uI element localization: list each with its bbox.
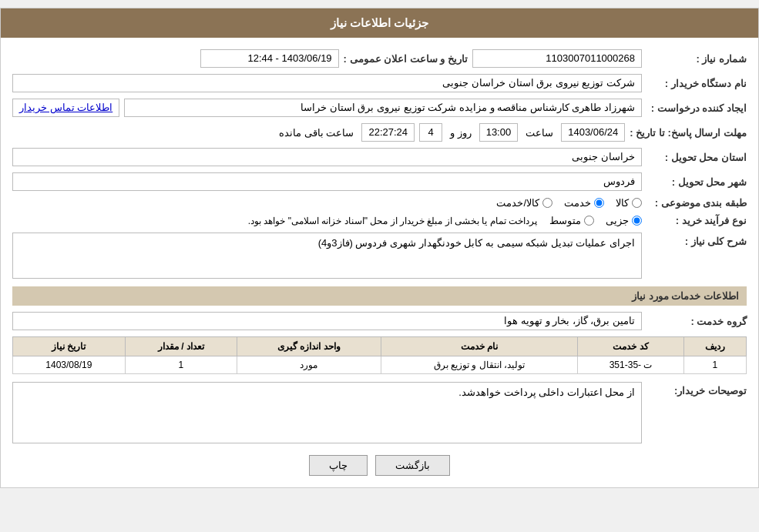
services-section-header: اطلاعات خدمات مورد نیاز [12, 286, 747, 306]
cell-radif: 1 [683, 356, 746, 374]
shahrTahvil-label: شهر محل تحویل : [646, 176, 747, 188]
namDastgah-value: شرکت توزیع نیروی برق استان خراسان جنوبی [12, 74, 642, 92]
table-row: 1ت -35-351تولید، انتقال و توزیع برقمورد1… [13, 356, 747, 374]
tabaghebandiMovzoo-label: طبقه بندی موضوعی : [646, 197, 747, 209]
cell-vahed: مورد [237, 356, 381, 374]
tosifatKharidaar-row: توصیحات خریدار: از محل اعتبارات داخلی پر… [12, 382, 747, 443]
kala-label: کالا [616, 197, 629, 209]
mottavasset-label: متوسط [549, 215, 581, 226]
groheKhadamat-row: گروه خدمت : تامین برق، گاز، بخار و تهویه… [12, 312, 747, 330]
khadamat-label: خدمت [564, 197, 591, 209]
kalaKhadamat-radio[interactable] [542, 198, 552, 208]
ijadKonande-link[interactable]: اطلاعات تماس خریدار [12, 99, 119, 117]
back-button[interactable]: بازگشت [375, 455, 450, 476]
khadamat-radio[interactable] [594, 198, 604, 208]
col-tarikh: تاریخ نیاز [13, 337, 126, 356]
col-radif: ردیف [683, 337, 746, 356]
sharhKolli-label: شرح کلی نیاز : [646, 233, 747, 247]
col-namKhadamat: نام خدمت [381, 337, 578, 356]
cell-tedad: 1 [125, 356, 237, 374]
ostanTahvil-label: استان محل تحویل : [646, 152, 747, 163]
services-table: ردیف کد خدمت نام خدمت واحد اندازه گیری ت… [12, 336, 747, 374]
jozei-radio[interactable] [632, 216, 642, 226]
purchase-note: پرداخت تمام یا بخشی از مبلغ خریدار از مح… [12, 216, 545, 226]
ijadKonande-label: ایجاد کننده درخواست : [646, 102, 747, 114]
shomareNiaz-row: شماره نیاز : 1103007011000268 تاریخ و سا… [12, 49, 747, 68]
tarikh-elan-value: 1403/06/19 - 12:44 [200, 49, 339, 68]
ijadKonande-row: ایجاد کننده درخواست : شهرزاد طاهری کارشن… [12, 99, 747, 117]
page-title: جزئیات اطلاعات نیاز [331, 16, 428, 29]
groheKhadamat-label: گروه خدمت : [646, 316, 747, 327]
shahrTahvil-row: شهر محل تحویل : فردوس [12, 172, 747, 191]
mottavasset-radio[interactable] [584, 216, 594, 226]
jozei-label: جزیی [606, 215, 629, 226]
col-tedad: تعداد / مقدار [125, 337, 237, 356]
shahrTahvil-value: فردوس [12, 172, 642, 191]
mohlatErsalPasokh-row: مهلت ارسال پاسخ: تا تاریخ : 1403/06/24 س… [12, 123, 747, 142]
baghimandeSaat-label: ساعت باقی مانده [279, 127, 354, 139]
mottavasset-option[interactable]: متوسط [549, 215, 594, 226]
ostanTahvil-row: استان محل تحویل : خراسان جنوبی [12, 148, 747, 166]
ostanTahvil-value: خراسان جنوبی [12, 148, 642, 166]
kala-radio[interactable] [632, 198, 642, 208]
kalaKhadamat-option[interactable]: کالا/خدمت [496, 197, 552, 209]
tarikh-value: 1403/06/24 [561, 123, 625, 142]
tosifatKharidaar-value: از محل اعتبارات داخلی پرداخت خواهدشد. [12, 382, 642, 443]
khadamat-option[interactable]: خدمت [564, 197, 604, 209]
jozei-option[interactable]: جزیی [606, 215, 642, 226]
mohlatErsalPasokh-label: مهلت ارسال پاسخ: تا تاریخ : [630, 127, 747, 139]
tabaghebandiMovzoo-row: طبقه بندی موضوعی : کالا/خدمت خدمت کالا [12, 197, 747, 209]
namDastgah-label: نام دستگاه خریدار : [646, 78, 747, 89]
saat-label: ساعت [526, 127, 553, 139]
page-header: جزئیات اطلاعات نیاز [1, 8, 758, 38]
namDastgah-row: نام دستگاه خریدار : شرکت توزیع نیروی برق… [12, 74, 747, 92]
cell-namKhadamat: تولید، انتقال و توزیع برق [381, 356, 578, 374]
baghimandeSaat-value: 22:27:24 [361, 123, 415, 142]
noeFaraindKharid-radios: متوسط جزیی [549, 215, 642, 226]
cell-kodKhadamat: ت -35-351 [578, 356, 683, 374]
tarikh-elan-label: تاریخ و ساعت اعلان عمومی : [344, 53, 468, 65]
roz-label: روز و [450, 127, 472, 139]
page-wrapper: جزئیات اطلاعات نیاز شماره نیاز : 1103007… [0, 8, 759, 488]
col-vahed: واحد اندازه گیری [237, 337, 381, 356]
kalaKhadamat-label: کالا/خدمت [496, 197, 539, 209]
kala-option[interactable]: کالا [616, 197, 642, 209]
shomareNiaz-label: شماره نیاز : [646, 53, 747, 65]
content-area: شماره نیاز : 1103007011000268 تاریخ و سا… [1, 38, 758, 487]
print-button[interactable]: چاپ [309, 455, 368, 476]
sharhKolli-row: شرح کلی نیاز : اجرای عملیات تبدیل شبکه س… [12, 233, 747, 279]
roz-value: 4 [419, 123, 442, 142]
ijadKonande-value: شهرزاد طاهری کارشناس مناقصه و مزایده شرک… [124, 99, 642, 117]
col-kodKhadamat: کد خدمت [578, 337, 683, 356]
noeFaraindKharid-row: نوع فرآیند خرید : متوسط جزیی پرداخت تمام… [12, 215, 747, 226]
saat-value: 13:00 [479, 123, 519, 142]
shomareNiaz-value: 1103007011000268 [472, 49, 642, 68]
tosifatKharidaar-label: توصیحات خریدار: [646, 382, 747, 396]
cell-tarikh: 1403/08/19 [13, 356, 126, 374]
tabaghebandiMovzoo-radios: کالا/خدمت خدمت کالا [496, 197, 642, 209]
button-row: بازگشت چاپ [12, 455, 747, 476]
sharhKolli-value: اجرای عملیات تبدیل شبکه سیمی به کابل خود… [12, 233, 642, 279]
table-header-row: ردیف کد خدمت نام خدمت واحد اندازه گیری ت… [13, 337, 747, 356]
groheKhadamat-value: تامین برق، گاز، بخار و تهویه هوا [12, 312, 642, 330]
noeFaraindKharid-label: نوع فرآیند خرید : [646, 215, 747, 226]
